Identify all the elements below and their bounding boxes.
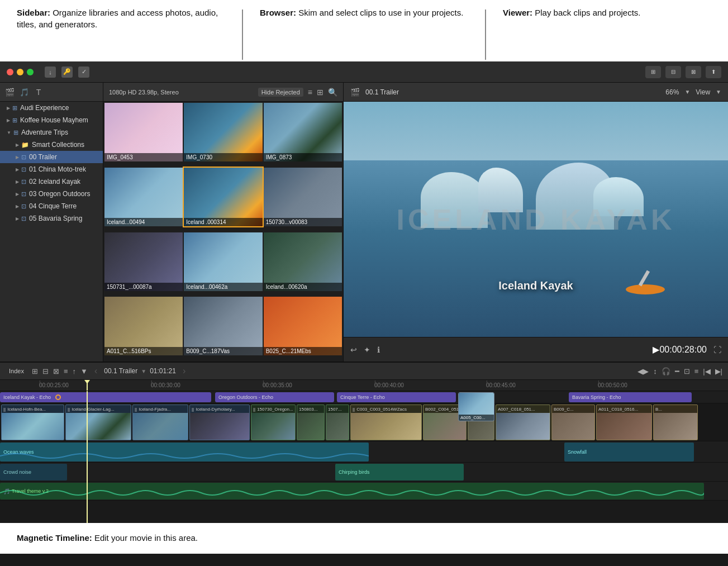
compound-cinque-echo[interactable]: Cinque Terre - Echo	[337, 392, 456, 402]
compound-iceland-echo[interactable]: Iceland Kayak - Echo	[0, 392, 211, 402]
viewer-annotation: Viewer: Play back clips and projects.	[486, 7, 728, 18]
import-icon[interactable]: ↓	[45, 66, 56, 78]
sidebar-label-smart: Smart Collections	[32, 141, 84, 149]
go-end-icon[interactable]: ▶|	[715, 367, 722, 375]
hide-rejected-btn[interactable]: Hide Rejected	[258, 88, 303, 97]
video-clip-6[interactable]: 150803...	[297, 405, 325, 440]
clip-view-icon-2[interactable]: ⊟	[42, 367, 49, 375]
key-icon[interactable]: 🔑	[61, 66, 73, 78]
video-clip-2[interactable]: ||Iceland-Glacier-Lag...	[65, 405, 131, 440]
display-icon-3[interactable]: ⊠	[686, 66, 701, 78]
annotation-bottom: Magnetic Timeline: Edit your movie in th…	[0, 523, 728, 554]
browser-clip-clip_0083[interactable]: 150730...v00083	[264, 168, 342, 226]
video-clip-3[interactable]: ||Iceland-Fjadra...	[132, 405, 188, 440]
viewer-annotation-desc: Play back clips and projects.	[535, 8, 640, 17]
ruler-mark-1: 00:00:25:00	[39, 380, 69, 391]
sidebar-toolbar: 🎬 🎵 T	[0, 83, 103, 102]
video-clip-12[interactable]: B009_C...	[551, 405, 595, 440]
audio-meters-icon[interactable]: ◀▶	[637, 367, 649, 375]
sidebar-item-china[interactable]: ▶ ⊡ 01 China Moto-trek	[0, 163, 103, 175]
display-icon-2[interactable]: ⊟	[665, 66, 681, 78]
go-start-icon[interactable]: |◀	[703, 367, 710, 375]
arrow-icon: ▶	[16, 142, 19, 148]
close-button[interactable]	[7, 69, 13, 75]
index-button[interactable]: Index	[6, 367, 27, 375]
sidebar-item-iceland[interactable]: ▶ ⊡ 02 Iceland Kayak	[0, 175, 103, 188]
fullscreen-button[interactable]	[27, 69, 34, 75]
snowfall-clip[interactable]: Snowfall	[564, 443, 694, 462]
clip-view-icon-3[interactable]: ⊠	[53, 367, 59, 375]
loop-icon[interactable]: ↩	[350, 345, 357, 354]
share-icon[interactable]: ⬆	[706, 66, 721, 78]
ocean-waves-clip[interactable]: Ocean waves	[0, 443, 369, 462]
sidebar-item-smart-collections[interactable]: ▶ 📁 Smart Collections	[0, 139, 103, 151]
audio-icon[interactable]: 🎵	[19, 87, 29, 97]
travel-theme-clip[interactable]: 🎵 Travel theme v.2	[0, 483, 704, 500]
connected-clip[interactable]: A005_C00...	[458, 392, 494, 421]
video-clip-4[interactable]: ||Iceland-Dyrholaey...	[189, 405, 250, 440]
sidebar-item-adventure[interactable]: ▼ ⊞ Adventure Trips	[0, 126, 103, 139]
browser-clip-img_0730[interactable]: IMG_0730	[184, 103, 262, 161]
video-clip-8[interactable]: ||C003_C003_0514WZacs	[350, 405, 422, 440]
browser-clip-iceland_620[interactable]: Iceland...00620a	[264, 232, 342, 291]
clip-view-icon-1[interactable]: ⊞	[32, 367, 38, 375]
display-icon-1[interactable]: ⊞	[645, 66, 661, 78]
browser-clip-clip_087a[interactable]: 150731_...00087a	[104, 232, 183, 291]
zoom-icon[interactable]: ↕	[653, 367, 657, 375]
clip-icon[interactable]: ⊡	[684, 367, 690, 375]
crowd-noise-label: Crowd noise	[3, 469, 31, 475]
browser-clip-a011[interactable]: A011_C...516BPs	[104, 297, 183, 355]
transform-icon[interactable]: ✦	[364, 345, 370, 354]
browser-annotation: Browser: Skim and select clips to use in…	[243, 7, 485, 18]
clip-label-clip_0083: 150730...v00083	[264, 218, 342, 226]
chirping-birds-clip[interactable]: Chirping birds	[335, 464, 464, 481]
sidebar-item-bavaria[interactable]: ▶ ⊡ 05 Bavaria Spring	[0, 212, 103, 225]
browser-clip-b025[interactable]: B025_C...21MEbs	[264, 297, 342, 355]
timeline-content: A005_C00... Iceland Kayak - Echo Oregon …	[0, 391, 728, 523]
compound-oregon-echo[interactable]: Oregon Outdoors - Echo	[215, 392, 334, 402]
video-clip-5[interactable]: ||150730_Oregon...	[251, 405, 296, 440]
photos-icon[interactable]: 🎬	[4, 87, 15, 97]
search-icon[interactable]: 🔍	[328, 88, 337, 97]
viewer-controls: ↩ ✦ ℹ ▶00:00:28:00 ⛶	[344, 337, 728, 362]
crowd-noise-clip[interactable]: Crowd noise	[0, 464, 67, 481]
solo-icon[interactable]: ━	[675, 367, 679, 375]
list-icon[interactable]: ≡	[694, 367, 699, 375]
view-label[interactable]: View	[696, 88, 710, 96]
filter-icon[interactable]: ▼	[80, 367, 88, 375]
browser-clip-b009[interactable]: B009_C...187Vas	[184, 297, 262, 355]
sidebar-item-trailer[interactable]: ▶ ⊡ 00 Trailer	[0, 151, 103, 163]
browser-clip-img_0453[interactable]: IMG_0453	[104, 103, 183, 161]
list-view-icon[interactable]: ≡	[308, 88, 312, 97]
clip-view-icon-4[interactable]: ≡	[64, 367, 68, 375]
browser-clip-iceland_462[interactable]: Iceland...00462a	[184, 232, 262, 291]
fullscreen-icon[interactable]: ⛶	[713, 345, 721, 354]
sidebar-item-audi[interactable]: ▶ ⊞ Audi Experience	[0, 102, 103, 114]
sidebar-item-cinque[interactable]: ▶ ⊡ 04 Cinque Terre	[0, 200, 103, 212]
video-clip-11[interactable]: A007_C018_051...	[496, 405, 550, 440]
minimize-button[interactable]	[17, 69, 23, 75]
titles-icon[interactable]: T	[34, 87, 44, 97]
headphones-icon[interactable]: 🎧	[662, 367, 670, 375]
sidebar-label-audi: Audi Experience	[20, 104, 69, 112]
video-clip-1[interactable]: ||Iceland-Hofn-Bea...	[1, 405, 64, 440]
clip-label-clip_087a: 150731_...00087a	[104, 283, 183, 291]
video-clip-13[interactable]: A011_C018_0516...	[596, 405, 652, 440]
clip-label-img_0453: IMG_0453	[104, 153, 183, 161]
check-icon[interactable]: ✓	[78, 66, 89, 78]
info-icon[interactable]: ℹ	[377, 345, 380, 354]
sidebar-label-cinque: 04 Cinque Terre	[29, 202, 77, 210]
grid-view-icon[interactable]: ⊞	[317, 88, 323, 97]
ruler-mark-6: 00:00:50:00	[598, 380, 627, 391]
compound-bavaria-echo[interactable]: Bavaria Spring - Echo	[569, 392, 692, 402]
sidebar-item-oregon[interactable]: ▶ ⊡ 03 Oregon Outdoors	[0, 188, 103, 200]
project-icon: ⊡	[21, 203, 26, 210]
sort-icon[interactable]: ↑	[73, 367, 77, 375]
video-clip-7[interactable]: 1507...	[326, 405, 349, 440]
video-clip-14[interactable]: B...	[653, 405, 698, 440]
browser-clip-iceland_314[interactable]: Iceland .000314	[184, 168, 262, 226]
browser-clip-iceland_494[interactable]: Iceland...00494	[104, 168, 183, 226]
browser-clip-img_0873[interactable]: IMG_0873	[264, 103, 342, 161]
compound-clips-row: Iceland Kayak - Echo Oregon Outdoors - E…	[0, 391, 728, 403]
sidebar-item-koffee[interactable]: ▶ ⊞ Koffee House Mayhem	[0, 114, 103, 126]
